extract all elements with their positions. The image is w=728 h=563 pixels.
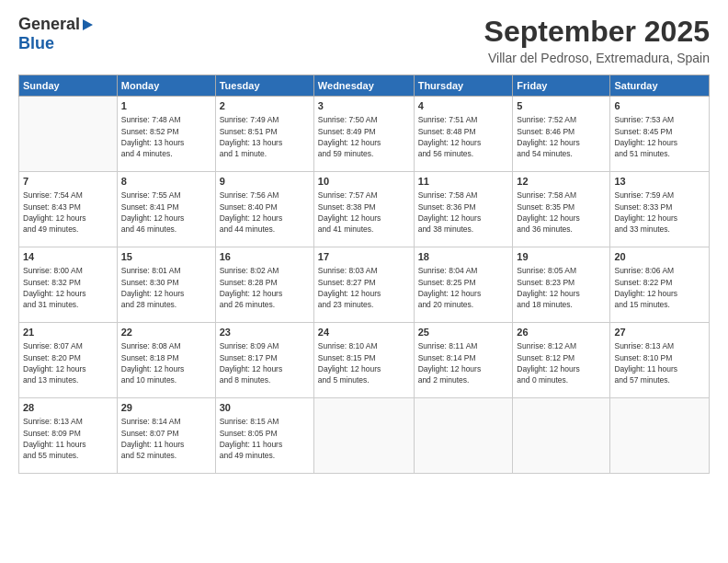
title-block: September 2025 Villar del Pedroso, Extre… <box>484 15 710 65</box>
day-number: 3 <box>318 99 410 113</box>
day-number: 21 <box>23 326 113 339</box>
day-number: 20 <box>614 250 705 264</box>
day-info: Sunrise: 8:11 AMSunset: 8:14 PMDaylight:… <box>418 340 509 385</box>
weekday-header-thursday: Thursday <box>414 75 513 97</box>
day-info: Sunrise: 7:52 AMSunset: 8:46 PMDaylight:… <box>517 114 606 159</box>
day-info: Sunrise: 7:57 AMSunset: 8:38 PMDaylight:… <box>318 190 410 235</box>
day-number: 18 <box>418 250 509 264</box>
day-info: Sunrise: 8:15 AMSunset: 8:05 PMDaylight:… <box>220 416 310 461</box>
day-number: 13 <box>614 175 705 189</box>
day-info: Sunrise: 7:50 AMSunset: 8:49 PMDaylight:… <box>318 114 410 159</box>
weekday-header-monday: Monday <box>117 75 215 97</box>
calendar-cell: 4Sunrise: 7:51 AMSunset: 8:48 PMDaylight… <box>414 97 513 172</box>
day-info: Sunrise: 8:02 AMSunset: 8:28 PMDaylight:… <box>220 265 310 310</box>
day-number: 30 <box>220 401 310 415</box>
calendar-cell: 5Sunrise: 7:52 AMSunset: 8:46 PMDaylight… <box>513 97 610 172</box>
calendar-cell: 15Sunrise: 8:01 AMSunset: 8:30 PMDayligh… <box>117 247 215 323</box>
logo-general: General <box>18 15 80 34</box>
day-number: 26 <box>517 326 606 339</box>
day-info: Sunrise: 7:48 AMSunset: 8:52 PMDaylight:… <box>121 114 211 159</box>
day-info: Sunrise: 7:58 AMSunset: 8:35 PMDaylight:… <box>517 190 606 235</box>
calendar-cell: 28Sunrise: 8:13 AMSunset: 8:09 PMDayligh… <box>19 398 118 474</box>
calendar-cell: 29Sunrise: 8:14 AMSunset: 8:07 PMDayligh… <box>117 398 215 474</box>
calendar-cell: 10Sunrise: 7:57 AMSunset: 8:38 PMDayligh… <box>313 172 414 247</box>
calendar-cell <box>610 398 710 474</box>
day-info: Sunrise: 8:13 AMSunset: 8:09 PMDaylight:… <box>23 416 113 461</box>
month-title: September 2025 <box>484 15 710 49</box>
day-number: 8 <box>121 175 211 189</box>
calendar-cell: 21Sunrise: 8:07 AMSunset: 8:20 PMDayligh… <box>19 323 118 398</box>
day-info: Sunrise: 8:10 AMSunset: 8:15 PMDaylight:… <box>318 340 410 385</box>
calendar-cell: 22Sunrise: 8:08 AMSunset: 8:18 PMDayligh… <box>117 323 215 398</box>
calendar-cell <box>513 398 610 474</box>
logo-blue: Blue <box>18 34 54 52</box>
day-info: Sunrise: 8:07 AMSunset: 8:20 PMDaylight:… <box>23 340 113 385</box>
day-number: 23 <box>220 326 310 339</box>
day-info: Sunrise: 7:55 AMSunset: 8:41 PMDaylight:… <box>121 190 211 235</box>
calendar-cell: 27Sunrise: 8:13 AMSunset: 8:10 PMDayligh… <box>610 323 710 398</box>
calendar-cell: 11Sunrise: 7:58 AMSunset: 8:36 PMDayligh… <box>414 172 513 247</box>
day-info: Sunrise: 8:06 AMSunset: 8:22 PMDaylight:… <box>614 265 705 310</box>
calendar-week-row: 7Sunrise: 7:54 AMSunset: 8:43 PMDaylight… <box>19 172 710 247</box>
day-info: Sunrise: 8:04 AMSunset: 8:25 PMDaylight:… <box>418 265 509 310</box>
weekday-header-sunday: Sunday <box>19 75 118 97</box>
calendar-week-row: 28Sunrise: 8:13 AMSunset: 8:09 PMDayligh… <box>19 398 710 474</box>
day-info: Sunrise: 8:03 AMSunset: 8:27 PMDaylight:… <box>318 265 410 310</box>
weekday-header-friday: Friday <box>513 75 610 97</box>
calendar-cell <box>19 97 118 172</box>
weekday-header-tuesday: Tuesday <box>215 75 313 97</box>
day-info: Sunrise: 7:58 AMSunset: 8:36 PMDaylight:… <box>418 190 509 235</box>
day-info: Sunrise: 7:56 AMSunset: 8:40 PMDaylight:… <box>220 190 310 235</box>
day-info: Sunrise: 8:00 AMSunset: 8:32 PMDaylight:… <box>23 265 113 310</box>
calendar-table: SundayMondayTuesdayWednesdayThursdayFrid… <box>18 75 710 474</box>
day-number: 14 <box>23 250 113 264</box>
day-info: Sunrise: 7:54 AMSunset: 8:43 PMDaylight:… <box>23 190 113 235</box>
calendar-cell: 7Sunrise: 7:54 AMSunset: 8:43 PMDaylight… <box>19 172 118 247</box>
calendar-cell: 26Sunrise: 8:12 AMSunset: 8:12 PMDayligh… <box>513 323 610 398</box>
calendar-cell: 3Sunrise: 7:50 AMSunset: 8:49 PMDaylight… <box>313 97 414 172</box>
day-number: 5 <box>517 99 606 113</box>
header: General Blue September 2025 Villar del P… <box>18 15 710 65</box>
logo: General Blue <box>18 15 94 53</box>
calendar-cell: 6Sunrise: 7:53 AMSunset: 8:45 PMDaylight… <box>610 97 710 172</box>
day-info: Sunrise: 7:51 AMSunset: 8:48 PMDaylight:… <box>418 114 509 159</box>
calendar-cell: 16Sunrise: 8:02 AMSunset: 8:28 PMDayligh… <box>215 247 313 323</box>
day-number: 7 <box>23 175 113 189</box>
calendar-cell: 12Sunrise: 7:58 AMSunset: 8:35 PMDayligh… <box>513 172 610 247</box>
day-number: 27 <box>614 326 705 339</box>
day-info: Sunrise: 8:09 AMSunset: 8:17 PMDaylight:… <box>220 340 310 385</box>
day-number: 10 <box>318 175 410 189</box>
calendar-cell: 8Sunrise: 7:55 AMSunset: 8:41 PMDaylight… <box>117 172 215 247</box>
calendar-week-row: 1Sunrise: 7:48 AMSunset: 8:52 PMDaylight… <box>19 97 710 172</box>
day-info: Sunrise: 7:49 AMSunset: 8:51 PMDaylight:… <box>220 114 310 159</box>
svg-marker-0 <box>83 19 93 30</box>
calendar-cell: 25Sunrise: 8:11 AMSunset: 8:14 PMDayligh… <box>414 323 513 398</box>
day-number: 29 <box>121 401 211 415</box>
calendar-cell: 18Sunrise: 8:04 AMSunset: 8:25 PMDayligh… <box>414 247 513 323</box>
calendar-cell: 13Sunrise: 7:59 AMSunset: 8:33 PMDayligh… <box>610 172 710 247</box>
day-number: 6 <box>614 99 705 113</box>
calendar-cell: 17Sunrise: 8:03 AMSunset: 8:27 PMDayligh… <box>313 247 414 323</box>
day-number: 24 <box>318 326 410 339</box>
day-number: 19 <box>517 250 606 264</box>
calendar-cell <box>414 398 513 474</box>
calendar-cell: 1Sunrise: 7:48 AMSunset: 8:52 PMDaylight… <box>117 97 215 172</box>
calendar-cell: 23Sunrise: 8:09 AMSunset: 8:17 PMDayligh… <box>215 323 313 398</box>
calendar-cell: 9Sunrise: 7:56 AMSunset: 8:40 PMDaylight… <box>215 172 313 247</box>
day-info: Sunrise: 8:05 AMSunset: 8:23 PMDaylight:… <box>517 265 606 310</box>
calendar-week-row: 21Sunrise: 8:07 AMSunset: 8:20 PMDayligh… <box>19 323 710 398</box>
day-number: 15 <box>121 250 211 264</box>
day-info: Sunrise: 7:53 AMSunset: 8:45 PMDaylight:… <box>614 114 705 159</box>
day-number: 25 <box>418 326 509 339</box>
weekday-header-wednesday: Wednesday <box>313 75 414 97</box>
calendar-cell <box>313 398 414 474</box>
day-number: 16 <box>220 250 310 264</box>
logo-arrow-icon <box>81 18 94 31</box>
day-number: 11 <box>418 175 509 189</box>
day-info: Sunrise: 8:12 AMSunset: 8:12 PMDaylight:… <box>517 340 606 385</box>
day-info: Sunrise: 8:08 AMSunset: 8:18 PMDaylight:… <box>121 340 211 385</box>
calendar-cell: 20Sunrise: 8:06 AMSunset: 8:22 PMDayligh… <box>610 247 710 323</box>
day-info: Sunrise: 8:01 AMSunset: 8:30 PMDaylight:… <box>121 265 211 310</box>
calendar-cell: 19Sunrise: 8:05 AMSunset: 8:23 PMDayligh… <box>513 247 610 323</box>
day-number: 2 <box>220 99 310 113</box>
